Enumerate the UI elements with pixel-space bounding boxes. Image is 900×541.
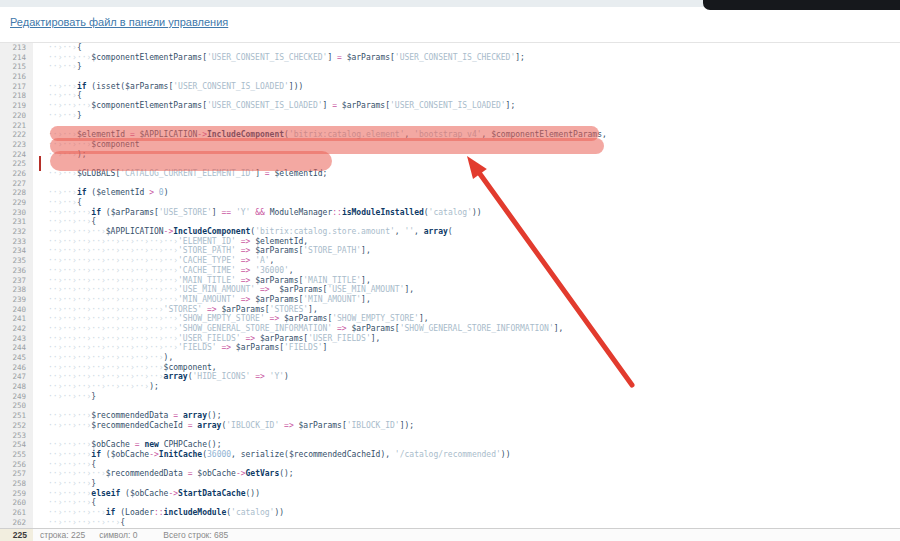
- code-line[interactable]: ··›··›··›{: [33, 217, 900, 227]
- code-line[interactable]: ··›··›··›··›··›··›··›··›'STORES' => $arP…: [33, 305, 900, 315]
- code-token: ,: [289, 266, 294, 275]
- code-token: InitCache: [159, 450, 202, 459]
- code-line[interactable]: ··›··›··›$componentElementParams['USER_C…: [33, 101, 900, 111]
- code-line[interactable]: ··›··›if (isset($arParams['USER_CONSENT_…: [33, 82, 900, 92]
- code-line[interactable]: ··›··›··›··›··›··›··›··›··›'CACHE_TYPE' …: [33, 256, 900, 266]
- code-line[interactable]: ··›··›··›$componentElementParams['USER_C…: [33, 53, 900, 63]
- code-line[interactable]: ··›··›{: [33, 43, 900, 53]
- code-line[interactable]: ··›··›··›$recommendedData = array();: [33, 411, 900, 421]
- line-number: 238: [0, 285, 33, 295]
- whitespace-marks: ··›··›··›··›··›··›··›··›: [48, 305, 164, 314]
- whitespace-marks: ··›··›··›: [48, 498, 91, 507]
- code-line[interactable]: [33, 179, 900, 189]
- code-line[interactable]: ··›··›··›··›··›··›··›··›··›'USER_FIELDS'…: [33, 334, 900, 344]
- line-number: 245: [0, 353, 33, 363]
- line-number: 251: [0, 411, 33, 421]
- code-token: ($arParams[: [101, 208, 159, 217]
- code-area[interactable]: ··›··›{··›··›··›$componentElementParams[…: [33, 43, 900, 529]
- code-line[interactable]: ··›··›··›··›··›··›··›··›··›'STORE_PATH' …: [33, 246, 900, 256]
- code-line[interactable]: ··›··›··›··›··›··›··›··›··›'ELEMENT_ID' …: [33, 237, 900, 247]
- code-line[interactable]: ··›··›}: [33, 62, 900, 72]
- code-token: )): [501, 450, 511, 459]
- line-number: 257: [0, 469, 33, 479]
- code-token: includeModule: [164, 508, 227, 517]
- code-token: ])): [289, 82, 303, 91]
- code-token: );: [149, 382, 159, 391]
- code-line[interactable]: ··›··›··›··›$APPLICATION->IncludeCompone…: [33, 227, 900, 237]
- code-token: $recommendedData: [106, 469, 188, 478]
- line-number: 222: [0, 130, 33, 140]
- code-line[interactable]: ··›··›··›{: [33, 460, 900, 470]
- code-line[interactable]: ··›··›··›}: [33, 392, 900, 402]
- code-token: )): [472, 208, 482, 217]
- code-line[interactable]: ··›··›··›··›··›··›··›··›$component,: [33, 363, 900, 373]
- code-token: 'HIDE_ICONS': [193, 372, 251, 381]
- code-line[interactable]: ··›··›}: [33, 111, 900, 121]
- code-line[interactable]: ··›··›··›elseif ($obCache->StartDataCach…: [33, 489, 900, 499]
- code-line[interactable]: ··›··›··›··›··›··›··›··›),: [33, 353, 900, 363]
- code-token: new: [144, 440, 158, 449]
- whitespace-marks: ··›··›··›··›··›: [48, 518, 120, 527]
- marker-highlight-line-224: [50, 151, 332, 171]
- code-token: 'USER_CONSENT_IS_LOADED': [207, 101, 323, 110]
- line-number: 242: [0, 324, 33, 334]
- code-token: $recommendedData: [91, 411, 173, 420]
- code-line[interactable]: ··›··›{: [33, 198, 900, 208]
- whitespace-marks: ··›··›··›: [48, 440, 91, 449]
- code-line[interactable]: ··›··›··›$obCache = new CPHPCache();: [33, 440, 900, 450]
- code-token: ]: [323, 101, 333, 110]
- code-line[interactable]: ··›··›··›··›··›··›··›··›··›'MIN_AMOUNT' …: [33, 295, 900, 305]
- code-token: }: [91, 479, 96, 488]
- code-line[interactable]: ··›··›··›··›··›{: [33, 518, 900, 528]
- edit-file-link[interactable]: Редактировать файл в панели управления: [10, 16, 228, 28]
- code-line[interactable]: ··›··›··›if ($obCache->InitCache(36000, …: [33, 450, 900, 460]
- code-line[interactable]: ··›··›··›··›··›··›··›··›array('HIDE_ICON…: [33, 372, 900, 382]
- code-token: 'CACHE_TIME': [178, 266, 236, 275]
- line-number: 239: [0, 295, 33, 305]
- code-line[interactable]: ··›··›··›if ($arParams['USE_STORE'] == '…: [33, 208, 900, 218]
- code-token: ModuleManager: [265, 208, 332, 217]
- line-number: 240: [0, 305, 33, 315]
- code-line[interactable]: ··›··›··›··›··›··›··›··›··›'SHOW_EMPTY_S…: [33, 314, 900, 324]
- code-line[interactable]: ··›··›{: [33, 91, 900, 101]
- code-line[interactable]: ··›··›··›··›··›··›··›··›··›'CACHE_TIME' …: [33, 266, 900, 276]
- code-line[interactable]: ··›··›··›}: [33, 479, 900, 489]
- code-token: 'STORE_PATH': [303, 246, 361, 255]
- code-token: 'catalog': [231, 508, 274, 517]
- code-line[interactable]: ··›··›··›··›if (Loader::includeModule('c…: [33, 508, 900, 518]
- whitespace-marks: ··›··›··›: [48, 217, 91, 226]
- code-line[interactable]: ··›··›··›··›··›··›··›··›··›'SHOW_GENERAL…: [33, 324, 900, 334]
- code-line[interactable]: ··›··›··›$recommendedCacheId = array('IB…: [33, 421, 900, 431]
- code-line[interactable]: ··›··›··›··›··›··›··›··›··›'FIELDS' => $…: [33, 343, 900, 353]
- code-token: $arParams[: [231, 343, 284, 352]
- code-line[interactable]: [33, 72, 900, 82]
- code-line[interactable]: ··›··›··›··›··›··›··›··›··›'MAIN_TITLE' …: [33, 276, 900, 286]
- code-line[interactable]: ··›··›··›··›··›··›··›);: [33, 382, 900, 392]
- status-total-lines: Всего строк: 685: [163, 529, 228, 541]
- code-token: 'bitrix:catalog.store.amount': [255, 227, 395, 236]
- line-number: 213: [0, 43, 33, 53]
- code-token: =>: [241, 295, 251, 304]
- line-number: 249: [0, 392, 33, 402]
- text-caret: [39, 156, 41, 171]
- code-token: {: [77, 198, 82, 207]
- code-line[interactable]: ··›··›··›··›··›··›··›··›··›'USE_MIN_AMOU…: [33, 285, 900, 295]
- code-token: if: [77, 188, 87, 197]
- code-token: =>: [246, 334, 256, 343]
- code-line[interactable]: [33, 431, 900, 441]
- code-token: $arParams[: [255, 334, 308, 343]
- code-token: '/catalog/recommended': [395, 450, 501, 459]
- line-number: 231: [0, 217, 33, 227]
- code-token: array: [197, 421, 221, 430]
- code-line[interactable]: ··›··›··›{: [33, 498, 900, 508]
- code-line[interactable]: ··›··›if ($elementId > 0): [33, 188, 900, 198]
- code-token: ()): [246, 489, 260, 498]
- code-token: ($obCache: [120, 489, 168, 498]
- line-number: 230: [0, 208, 33, 218]
- code-editor[interactable]: 2132142152162172182192202212222232242252…: [0, 42, 900, 528]
- code-line[interactable]: [33, 401, 900, 411]
- code-token: 'MIN_AMOUNT': [303, 295, 361, 304]
- whitespace-marks: ··›··›··›··›··›··›··›··›: [48, 363, 164, 372]
- code-line[interactable]: ··›··›··›··›$recommendedData = $obCache-…: [33, 469, 900, 479]
- code-token: ->: [168, 489, 178, 498]
